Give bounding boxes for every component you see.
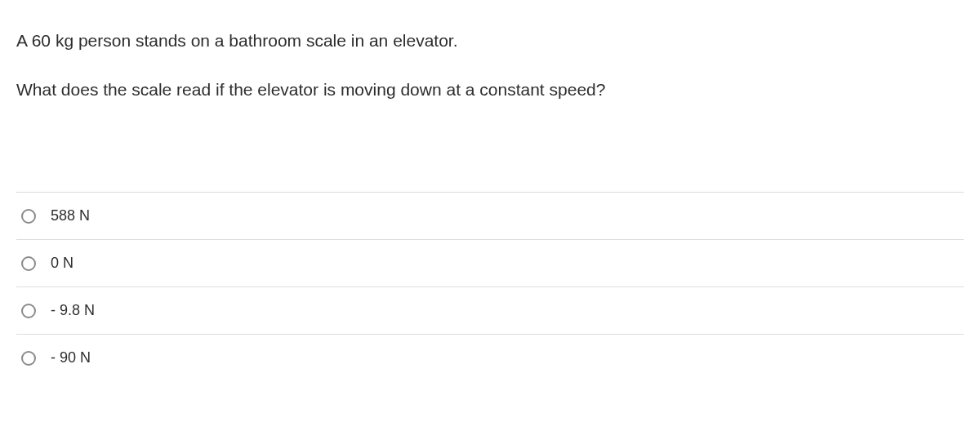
question-line-2: What does the scale read if the elevator… (16, 77, 964, 103)
option-label: - 9.8 N (51, 302, 95, 319)
option-row-3[interactable]: - 90 N (16, 334, 964, 381)
option-row-2[interactable]: - 9.8 N (16, 286, 964, 334)
option-row-0[interactable]: 588 N (16, 192, 964, 239)
radio-icon (21, 209, 36, 224)
question-text: A 60 kg person stands on a bathroom scal… (16, 28, 964, 102)
question-container: A 60 kg person stands on a bathroom scal… (0, 0, 980, 102)
radio-icon (21, 304, 36, 318)
option-row-1[interactable]: 0 N (16, 239, 964, 286)
question-line-1: A 60 kg person stands on a bathroom scal… (16, 28, 964, 54)
options-container: 588 N 0 N - 9.8 N - 90 N (0, 192, 980, 381)
radio-icon (21, 256, 36, 271)
option-label: - 90 N (51, 349, 91, 366)
radio-icon (21, 351, 36, 366)
option-label: 588 N (51, 207, 90, 224)
option-label: 0 N (51, 255, 74, 272)
